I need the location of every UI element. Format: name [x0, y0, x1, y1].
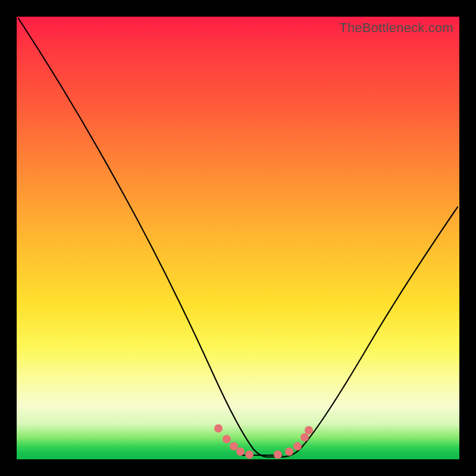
marker-dot — [214, 424, 223, 433]
marker-dot — [285, 447, 293, 456]
plot-area: TheBottleneck.com — [17, 17, 459, 459]
bottleneck-curve — [18, 18, 458, 457]
marker-dot — [245, 450, 253, 459]
marker-dot — [223, 435, 231, 443]
marker-dot — [305, 426, 313, 434]
marker-dot — [293, 442, 302, 450]
marker-dot — [300, 433, 309, 441]
marker-dot — [274, 450, 282, 459]
chart-frame: TheBottleneck.com — [0, 0, 476, 476]
marker-dot — [236, 447, 245, 456]
chart-svg — [17, 17, 459, 459]
marker-dot — [230, 442, 238, 450]
